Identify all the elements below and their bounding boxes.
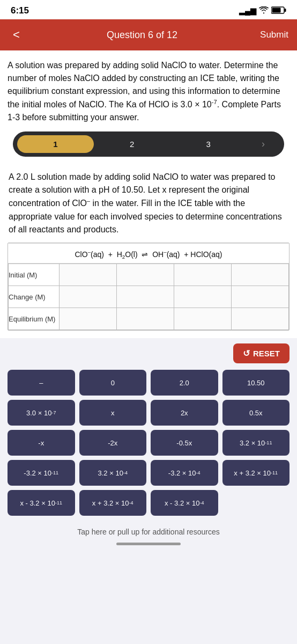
step-tab-2[interactable]: 2: [94, 135, 170, 153]
bottom-handle: [116, 543, 181, 545]
eq-oh-input[interactable]: [174, 308, 231, 330]
svg-rect-2: [272, 8, 281, 12]
change-label: Change (M): [9, 286, 60, 308]
ice-table-wrapper: ClO–(aq) + H2O(l) ⇌ OH–(aq) + HClO(aq) I…: [8, 243, 289, 331]
change-row: Change (M): [9, 286, 289, 308]
change-hclo[interactable]: [232, 286, 289, 308]
tile-empty: [222, 490, 290, 516]
initial-row: Initial (M): [9, 264, 289, 286]
tile-x-plus-3-2e-4[interactable]: x + 3.2 × 10-4: [79, 490, 147, 516]
tile-neg-3-2e-11[interactable]: -3.2 × 10-11: [8, 460, 75, 486]
initial-clo-input[interactable]: [60, 264, 116, 286]
change-h2o-input[interactable]: [117, 286, 174, 308]
reset-icon: ↺: [243, 348, 250, 358]
initial-label: Initial (M): [9, 264, 60, 286]
svg-rect-1: [285, 9, 286, 12]
tile-neg-2x[interactable]: -2x: [79, 430, 147, 456]
change-clo[interactable]: [60, 286, 117, 308]
equation-row: ClO–(aq) + H2O(l) ⇌ OH–(aq) + HClO(aq): [8, 243, 289, 264]
step-tab-1[interactable]: 1: [17, 135, 94, 153]
change-oh-input[interactable]: [174, 286, 231, 308]
eq-hclo[interactable]: [232, 308, 289, 330]
initial-h2o-input[interactable]: [117, 264, 174, 286]
eq-h2o[interactable]: [117, 308, 174, 330]
eq-oh[interactable]: [174, 308, 232, 330]
tile-0-5x[interactable]: 0.5x: [222, 400, 290, 426]
equilibrium-label: Equilibrium (M): [9, 308, 60, 330]
submit-button[interactable]: Submit: [260, 30, 288, 40]
reset-label: RESET: [253, 349, 280, 358]
back-button[interactable]: <: [9, 27, 24, 43]
ice-section: ClO–(aq) + H2O(l) ⇌ OH–(aq) + HClO(aq) I…: [0, 243, 297, 338]
tile-0[interactable]: 0: [79, 370, 147, 396]
eq-clo-input[interactable]: [60, 308, 116, 330]
header: < Question 6 of 12 Submit: [0, 19, 297, 50]
change-h2o[interactable]: [117, 286, 174, 308]
tile-3-2e-4[interactable]: 3.2 × 10-4: [79, 460, 147, 486]
tile-2x[interactable]: 2x: [151, 400, 218, 426]
step-tab-3[interactable]: 3: [170, 135, 247, 153]
battery-icon: [271, 6, 286, 16]
ice-table: Initial (M) Change (M) Equilibrium (M): [8, 264, 289, 330]
wifi-icon: [259, 6, 269, 16]
question-text: A solution was prepared by adding solid …: [8, 59, 289, 124]
tile-neg-x[interactable]: -x: [8, 430, 75, 456]
tile-x-minus-3-2e-11[interactable]: x - 3.2 × 10-11: [8, 490, 75, 516]
change-oh[interactable]: [174, 286, 232, 308]
step-next-arrow[interactable]: ›: [247, 134, 280, 154]
tile-10-50[interactable]: 10.50: [222, 370, 290, 396]
initial-hclo-input[interactable]: [232, 264, 288, 286]
initial-clo[interactable]: [60, 264, 117, 286]
tile-x-minus-3-2e-4[interactable]: x - 3.2 × 10-4: [151, 490, 218, 516]
reset-area: ↺ RESET: [0, 338, 297, 367]
status-bar: 6:15 ▂▄▆: [0, 0, 297, 19]
status-icons: ▂▄▆: [239, 6, 286, 16]
tile-2[interactable]: 2.0: [151, 370, 218, 396]
tile-3-2e-11[interactable]: 3.2 × 10-11: [222, 430, 290, 456]
equilibrium-row: Equilibrium (M): [9, 308, 289, 330]
part-description: A 2.0 L solution made by adding solid Na…: [0, 171, 297, 242]
tile-x-plus-3-2e-11[interactable]: x + 3.2 × 10-11: [222, 460, 290, 486]
question-progress: Question 6 of 12: [107, 30, 177, 41]
tile-neg-3-2e-4[interactable]: -3.2 × 10-4: [151, 460, 218, 486]
change-hclo-input[interactable]: [232, 286, 288, 308]
step-tabs: 1 2 3 ›: [13, 131, 284, 157]
question-section: A solution was prepared by adding solid …: [0, 50, 297, 171]
initial-oh[interactable]: [174, 264, 232, 286]
eq-clo[interactable]: [60, 308, 117, 330]
tile-3e-7[interactable]: 3.0 × 10-7: [8, 400, 75, 426]
initial-h2o[interactable]: [117, 264, 174, 286]
reset-button[interactable]: ↺ RESET: [233, 343, 289, 363]
initial-hclo[interactable]: [232, 264, 289, 286]
signal-icon: ▂▄▆: [239, 6, 256, 15]
bottom-bar[interactable]: Tap here or pull up for additional resou…: [0, 522, 297, 553]
tiles-grid: – 0 2.0 10.50 3.0 × 10-7 x 2x 0.5x -x -2…: [0, 367, 297, 522]
time: 6:15: [11, 5, 29, 16]
change-clo-input[interactable]: [60, 286, 116, 308]
tile-x[interactable]: x: [79, 400, 147, 426]
eq-h2o-input[interactable]: [117, 308, 174, 330]
part-text: A 2.0 L solution made by adding solid Na…: [8, 171, 289, 242]
eq-hclo-input[interactable]: [232, 308, 288, 330]
bottom-text: Tap here or pull up for additional resou…: [77, 528, 219, 536]
tile-neg-0-5x[interactable]: -0.5x: [151, 430, 218, 456]
initial-oh-input[interactable]: [174, 264, 231, 286]
tile-minus[interactable]: –: [8, 370, 75, 396]
